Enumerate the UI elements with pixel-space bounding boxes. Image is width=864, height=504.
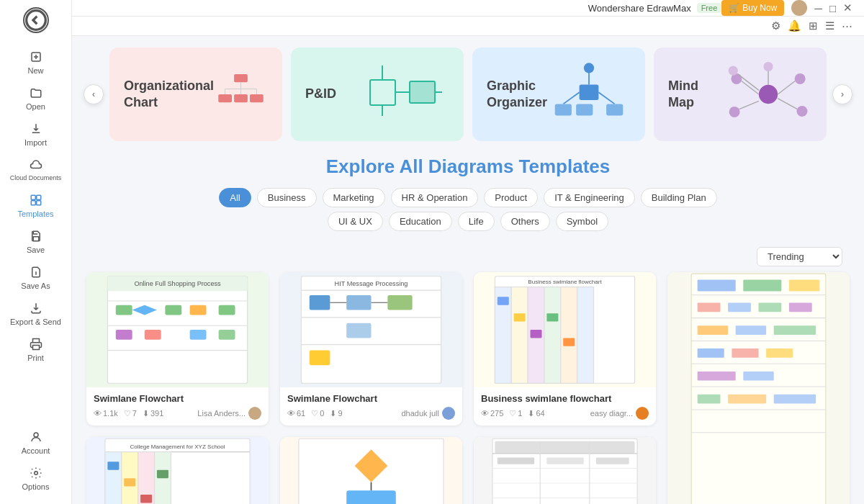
template-title-3: Business swimlane flowchart — [481, 393, 649, 404]
filter-tag-symbol[interactable]: Symbol — [556, 212, 608, 231]
carousel-card-pid[interactable]: P&ID — [291, 48, 464, 141]
sidebar-item-save[interactable]: Save — [0, 224, 71, 260]
template-card-6[interactable]: Untitled — [280, 437, 462, 504]
bell-icon[interactable]: 🔔 — [788, 19, 801, 32]
carousel-card-org-label: OrganizationalChart — [124, 78, 214, 112]
svg-rect-62 — [190, 330, 207, 340]
sidebar-item-open[interactable]: Open — [0, 81, 71, 117]
sidebar-item-cloud[interactable]: Cloud Documents — [0, 153, 71, 188]
svg-point-40 — [729, 66, 738, 76]
svg-point-11 — [34, 472, 37, 475]
svg-rect-82 — [544, 287, 561, 384]
back-button[interactable] — [23, 7, 49, 33]
template-card-7[interactable]: Untitled — [474, 437, 656, 504]
sidebar-item-new[interactable]: New — [0, 45, 71, 81]
svg-rect-86 — [514, 313, 526, 321]
svg-rect-101 — [698, 302, 721, 312]
svg-rect-71 — [346, 295, 371, 310]
filter-tag-building[interactable]: Building Plan — [641, 188, 717, 207]
grid-icon[interactable]: ⊞ — [809, 19, 818, 32]
template-author-3: easy diagr... — [590, 407, 649, 420]
template-preview-7 — [474, 437, 656, 504]
svg-point-0 — [26, 11, 45, 30]
filter-tag-ui[interactable]: UI & UX — [328, 212, 383, 231]
svg-rect-19 — [234, 94, 248, 102]
sidebar-item-options[interactable]: Options — [0, 461, 71, 497]
template-info-3: Business swimlane flowchart 👁 275 ♡ 1 ⬇ … — [474, 387, 656, 426]
user-avatar[interactable] — [791, 0, 807, 16]
org-chart-illustration — [214, 58, 268, 130]
template-author-2: dhaduk jull — [401, 407, 455, 420]
svg-text:Online Full Shopping Process: Online Full Shopping Process — [134, 280, 221, 287]
svg-rect-61 — [145, 330, 161, 340]
more-icon[interactable]: ⋯ — [842, 19, 852, 32]
sidebar-item-import[interactable]: Import — [0, 117, 71, 153]
sidebar-item-print[interactable]: Print — [0, 332, 71, 368]
author-avatar-3 — [636, 407, 649, 420]
template-preview-2: HIT Message Processing — [280, 272, 462, 387]
template-card-3[interactable]: Business swimlane flowchart Business — [474, 272, 656, 426]
sidebar-item-saveas[interactable]: Save As — [0, 260, 71, 296]
svg-rect-4 — [31, 195, 35, 199]
template-preview-4 — [667, 272, 850, 504]
svg-line-31 — [563, 92, 579, 104]
filter-tag-life[interactable]: Life — [458, 212, 495, 231]
carousel-card-org[interactable]: OrganizationalChart — [109, 48, 282, 141]
svg-rect-106 — [736, 325, 766, 335]
minimize-icon[interactable]: ─ — [814, 2, 822, 14]
sidebar-label-options: Options — [22, 482, 50, 491]
buy-now-button[interactable]: 🛒 Buy Now — [721, 0, 784, 16]
template-card-2[interactable]: HIT Message Processing Swimlane Flowchar… — [280, 272, 462, 426]
stat-downloads-2: ⬇ 9 — [330, 409, 342, 418]
template-info-2: Swimlane Flowchart 👁 61 ♡ 0 ⬇ 9 dhaduk j… — [280, 387, 462, 426]
filter-tag-others[interactable]: Others — [500, 212, 550, 231]
filter-tag-all[interactable]: All — [219, 188, 251, 207]
svg-point-44 — [796, 106, 807, 117]
svg-rect-125 — [140, 495, 152, 503]
close-icon[interactable]: ✕ — [843, 1, 852, 14]
svg-rect-107 — [774, 325, 816, 335]
sidebar: New Open Import Cloud Documents Template… — [0, 0, 72, 504]
svg-rect-83 — [561, 287, 577, 384]
explore-title-highlight: All Diagrams Templates — [399, 156, 610, 177]
filter-tag-hr[interactable]: HR & Operation — [391, 188, 479, 207]
swimlane-preview-3: Business swimlane flowchart — [474, 272, 656, 387]
carousel-card-pid-label: P&ID — [305, 86, 336, 102]
mindmap-illustration — [724, 58, 812, 130]
svg-line-47 — [739, 101, 759, 109]
template-title-2: Swimlane Flowchart — [287, 393, 455, 404]
template-preview-3: Business swimlane flowchart — [474, 272, 656, 387]
filter-tag-product[interactable]: Product — [484, 188, 538, 207]
template-card-4[interactable]: Registration Swimlane Flowchart 👁 307 ♡ … — [667, 272, 850, 504]
sidebar-item-templates[interactable]: Templates — [0, 188, 71, 224]
filter-tag-education[interactable]: Education — [389, 212, 452, 231]
filter-tag-business[interactable]: Business — [257, 188, 317, 207]
sidebar-label-account: Account — [22, 446, 50, 455]
svg-rect-6 — [31, 201, 35, 205]
svg-rect-89 — [563, 338, 575, 346]
template-card-5[interactable]: College Management for XYZ School — [86, 437, 269, 504]
sidebar-label-saveas: Save As — [21, 282, 50, 290]
svg-point-48 — [729, 107, 740, 117]
filter-tag-marketing[interactable]: Marketing — [323, 188, 385, 207]
template-card-1[interactable]: Online Full Shopping Process — [86, 272, 269, 426]
svg-rect-35 — [606, 104, 623, 115]
filter-tag-it[interactable]: IT & Engineering — [544, 188, 635, 207]
carousel-prev-button[interactable]: ‹ — [84, 84, 104, 104]
maximize-icon[interactable]: □ — [829, 2, 836, 14]
carousel-next-button[interactable]: › — [832, 84, 852, 104]
carousel-card-mindmap[interactable]: Mind Map — [654, 48, 827, 141]
sidebar-item-account[interactable]: Account — [0, 425, 71, 461]
stat-likes-1: ♡ 7 — [124, 409, 137, 418]
carousel-card-graphic[interactable]: GraphicOrganizer — [472, 48, 645, 141]
sidebar-item-export[interactable]: Export & Send — [0, 296, 71, 332]
settings-icon[interactable]: ⚙ — [771, 19, 780, 32]
svg-rect-114 — [728, 395, 766, 404]
svg-rect-87 — [531, 330, 542, 338]
layout-icon[interactable]: ☰ — [825, 19, 834, 32]
sort-select[interactable]: Trending Newest Most Popular — [757, 247, 842, 266]
template-title-1: Swimlane Flowchart — [94, 393, 261, 404]
svg-rect-98 — [698, 280, 736, 292]
svg-rect-7 — [36, 201, 40, 205]
stat-likes-3: ♡ 1 — [509, 409, 522, 418]
